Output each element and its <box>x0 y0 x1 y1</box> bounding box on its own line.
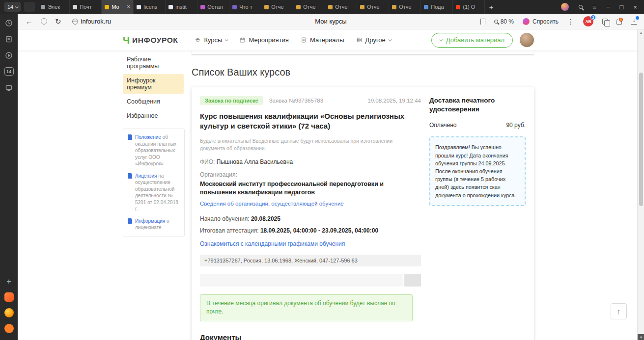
browser-profile-avatar[interactable] <box>561 3 569 11</box>
tab-favicon <box>232 5 237 9</box>
legal-doc-item[interactable]: Лицензия на осуществление образовательно… <box>128 173 180 212</box>
downloads-icon[interactable]: ↑ <box>631 18 637 25</box>
page-title-toolbar: Мои курсы <box>315 18 346 25</box>
menu-icon[interactable]: ≡ <box>592 3 596 11</box>
browser-tab[interactable]: Почт <box>70 0 102 14</box>
back-button[interactable]: ← <box>26 18 33 25</box>
tab-title: Отче <box>335 4 354 10</box>
browser-tab[interactable]: Остал <box>197 0 229 14</box>
pinned-tab[interactable] <box>24 2 35 12</box>
scroll-up-arrow[interactable]: ▲ <box>638 29 644 35</box>
new-tab-button[interactable]: + <box>485 3 498 11</box>
browser-tab[interactable]: instit <box>166 0 197 14</box>
tab-groups-badge[interactable]: 14 <box>4 67 14 76</box>
browser-tab[interactable]: licens <box>134 0 166 14</box>
sidebar-item-premium[interactable]: Инфоурок премиум <box>123 74 184 94</box>
browser-tab[interactable]: Отче <box>325 0 357 14</box>
tab-title: Остал <box>207 4 226 10</box>
zoom-control[interactable]: 80 % <box>494 18 514 25</box>
scroll-to-top-button[interactable]: ↑ <box>611 303 627 319</box>
yandex-button-icon[interactable] <box>41 18 47 25</box>
alice-icon <box>523 18 530 25</box>
notification-badge: 2 <box>590 15 596 20</box>
scroll-down-arrow[interactable]: ▼ <box>638 334 644 340</box>
browser-tab[interactable]: Отче <box>261 0 293 14</box>
bookmark-icon[interactable] <box>480 19 485 25</box>
expand-button[interactable] <box>404 274 421 287</box>
tab-favicon <box>73 5 77 9</box>
page-title: Список Ваших курсов <box>192 67 290 78</box>
nav-courses[interactable]: Курсы <box>195 36 227 44</box>
add-material-button[interactable]: Добавить материал <box>431 33 513 48</box>
tab-title: Отче <box>367 4 386 10</box>
window-maximize-button[interactable]: □ <box>620 3 624 11</box>
graduation-cap-icon <box>195 37 201 43</box>
doc-link[interactable]: Положение <box>135 134 161 140</box>
app-shortcut-icon[interactable] <box>4 292 14 302</box>
nav-other[interactable]: Другое <box>356 36 391 44</box>
request-number: Заявка №937365783 <box>269 98 323 104</box>
window-minimize-button[interactable]: − <box>606 3 610 11</box>
reload-button[interactable]: ↻ <box>55 18 61 25</box>
browser-tab[interactable]: Отче <box>293 0 325 14</box>
tab-title: Отче <box>399 4 418 10</box>
address-bar[interactable]: infourok.ru <box>72 18 111 25</box>
sidebar-item-work-programs[interactable]: Рабочие программы <box>123 53 184 73</box>
sidebar-item-messages[interactable]: Сообщения <box>123 95 184 108</box>
browser-tab[interactable]: Что т <box>229 0 261 14</box>
document-icon <box>128 173 132 179</box>
tabs: Элек Почт Мо× licens instit Остал Что т … <box>38 0 485 14</box>
screenshot-icon[interactable] <box>5 83 13 92</box>
nav-materials[interactable]: Материалы <box>301 36 344 44</box>
avatar-initials: АБ <box>585 19 591 24</box>
chevron-down-icon <box>439 38 443 41</box>
nav-label: Материалы <box>310 36 344 44</box>
notes-icon[interactable] <box>5 35 13 43</box>
account-avatar[interactable]: АБ 2 <box>583 16 593 26</box>
scrollbar-thumb[interactable] <box>639 73 643 206</box>
user-avatar[interactable] <box>520 33 534 47</box>
org-name: Московский институт профессиональной пер… <box>200 180 411 197</box>
legal-doc-item[interactable]: Положение об оказании платных образовате… <box>128 134 180 167</box>
org-details-link[interactable]: Сведения об организации, осуществляющей … <box>200 201 344 207</box>
infourok-logo[interactable]: Ч ИНФОУРОК <box>123 35 178 45</box>
tab-favicon <box>41 5 45 9</box>
sidebar-item-favorites[interactable]: Избранное <box>123 109 184 122</box>
browser-tab[interactable]: Отче <box>389 0 421 14</box>
doc-link[interactable]: Информация <box>135 218 165 224</box>
tab-favicon <box>200 5 205 9</box>
ask-alice-button[interactable]: Спросить <box>523 18 559 25</box>
search-icon[interactable] <box>579 5 583 9</box>
browser-tab-active[interactable]: Мо× <box>102 0 134 14</box>
infourok-logo-text: ИНФОУРОК <box>132 36 178 45</box>
browser-tab[interactable]: Элек <box>38 0 70 14</box>
history-icon[interactable] <box>5 19 13 27</box>
extensions-icon[interactable] <box>602 19 608 25</box>
browser-tab[interactable]: Отче <box>357 0 389 14</box>
browser-logo-icon[interactable] <box>4 308 14 317</box>
window-close-button[interactable]: × <box>633 3 637 11</box>
tab-favicon <box>296 5 301 9</box>
nav-events[interactable]: Мероприятия <box>239 36 289 44</box>
app-shortcut-icon[interactable] <box>4 324 14 333</box>
ask-label: Спросить <box>532 18 559 25</box>
notifications-icon[interactable] <box>616 19 622 25</box>
browser-tab[interactable]: (1) О <box>453 0 485 14</box>
play-icon[interactable] <box>5 51 13 59</box>
close-tab-icon[interactable]: × <box>127 4 130 10</box>
browser-scrollbar[interactable]: ▲ ▼ <box>637 29 644 340</box>
chevron-down-icon <box>15 5 19 8</box>
tab-title: licens <box>143 4 162 10</box>
tab-count: 14 <box>7 4 13 10</box>
calendar-schedule-link[interactable]: Ознакомиться с календарными графиками об… <box>200 240 345 247</box>
subscription-badge: Заявка по подписке <box>200 96 263 105</box>
main-nav: Курсы Мероприятия Материалы Другое <box>195 36 391 44</box>
doc-link[interactable]: Лицензия <box>135 173 157 179</box>
add-panel-icon[interactable]: + <box>6 277 11 286</box>
chevron-down-icon <box>388 38 392 41</box>
org-label: Организация: <box>200 171 421 178</box>
legal-doc-item[interactable]: Информация о лицензиате <box>128 218 180 231</box>
tab-counter-button[interactable]: 14 <box>4 2 21 12</box>
kebab-menu-icon[interactable]: ⋮ <box>567 18 574 26</box>
browser-tab[interactable]: Пода <box>421 0 453 14</box>
